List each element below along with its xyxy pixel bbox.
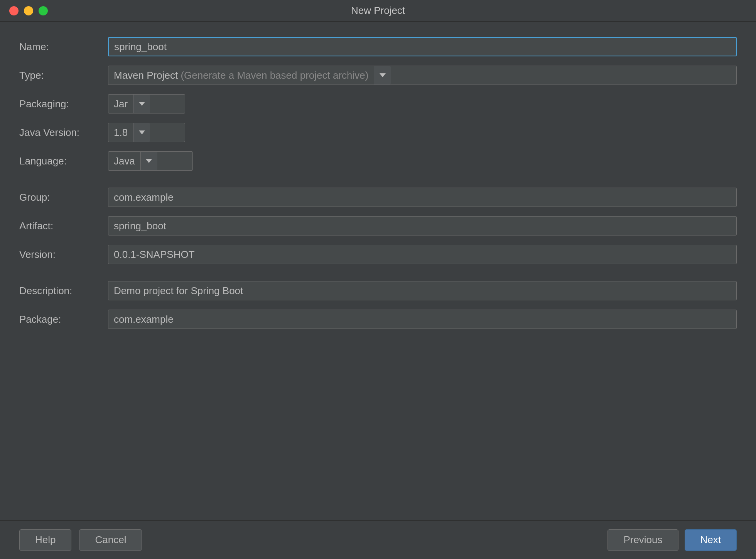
- language-select-wrapper[interactable]: Java Java Kotlin Groovy: [108, 151, 193, 171]
- help-button[interactable]: Help: [19, 529, 71, 551]
- window-title: New Project: [351, 5, 405, 17]
- language-label: Language:: [19, 155, 108, 167]
- packaging-row: Packaging: Jar Jar War: [19, 94, 737, 113]
- version-control: [108, 245, 737, 264]
- bottom-bar: Help Cancel Previous Next: [0, 520, 756, 559]
- dialog-body: Name: Type: Maven Project (Generate a Ma…: [0, 22, 756, 520]
- package-control: [108, 310, 737, 329]
- packaging-select-wrapper[interactable]: Jar Jar War: [108, 94, 185, 113]
- version-input[interactable]: [108, 245, 737, 264]
- group-row: Group:: [19, 188, 737, 207]
- java-version-label: Java Version:: [19, 127, 108, 139]
- description-row: Description:: [19, 281, 737, 300]
- type-row: Type: Maven Project (Generate a Maven ba…: [19, 66, 737, 85]
- packaging-label: Packaging:: [19, 98, 108, 110]
- java-version-select-wrapper[interactable]: 1.8 1.8 11 17: [108, 123, 185, 142]
- language-control: Java Java Kotlin Groovy: [108, 151, 737, 171]
- group-label: Group:: [19, 191, 108, 203]
- artifact-label: Artifact:: [19, 220, 108, 232]
- group-input[interactable]: [108, 188, 737, 207]
- artifact-row: Artifact:: [19, 216, 737, 235]
- section-spacer: [19, 180, 737, 188]
- java-version-row: Java Version: 1.8 1.8 11 17: [19, 123, 737, 142]
- bottom-left-buttons: Help Cancel: [19, 529, 142, 551]
- form-area: Name: Type: Maven Project (Generate a Ma…: [19, 37, 737, 509]
- name-row: Name:: [19, 37, 737, 56]
- traffic-lights: [9, 6, 48, 15]
- version-label: Version:: [19, 249, 108, 261]
- packaging-control: Jar Jar War: [108, 94, 737, 113]
- java-version-control: 1.8 1.8 11 17: [108, 123, 737, 142]
- package-input[interactable]: [108, 310, 737, 329]
- cancel-button[interactable]: Cancel: [79, 529, 142, 551]
- language-row: Language: Java Java Kotlin Groovy: [19, 151, 737, 171]
- previous-button[interactable]: Previous: [608, 529, 678, 551]
- minimize-button[interactable]: [24, 6, 33, 15]
- package-label: Package:: [19, 313, 108, 325]
- name-input[interactable]: [108, 37, 737, 56]
- type-label: Type:: [19, 69, 108, 81]
- artifact-input[interactable]: [108, 216, 737, 235]
- type-control: Maven Project (Generate a Maven based pr…: [108, 66, 737, 85]
- name-label: Name:: [19, 41, 108, 53]
- description-label: Description:: [19, 285, 108, 297]
- group-control: [108, 188, 737, 207]
- description-input[interactable]: [108, 281, 737, 300]
- maximize-button[interactable]: [39, 6, 48, 15]
- artifact-control: [108, 216, 737, 235]
- bottom-right-buttons: Previous Next: [608, 529, 737, 551]
- version-row: Version:: [19, 245, 737, 264]
- type-select-wrapper[interactable]: Maven Project (Generate a Maven based pr…: [108, 66, 737, 85]
- title-bar: New Project: [0, 0, 756, 22]
- section-spacer-2: [19, 273, 737, 281]
- next-button[interactable]: Next: [685, 529, 737, 551]
- name-control: [108, 37, 737, 56]
- package-row: Package:: [19, 310, 737, 329]
- close-button[interactable]: [9, 6, 19, 15]
- description-control: [108, 281, 737, 300]
